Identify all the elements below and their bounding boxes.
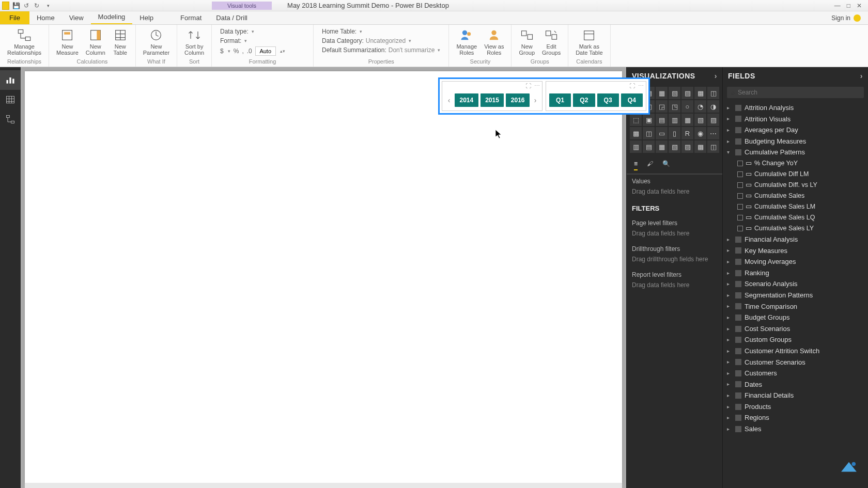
fields-measure-row[interactable]: ▭Cumulative Diff. vs LY [725,180,866,191]
quarter-slicer[interactable]: ⛶ ⋯ Q1 Q2 Q3 Q4 [546,81,646,111]
collapse-ribbon-icon[interactable] [854,14,861,22]
search-input[interactable] [738,89,860,96]
chevron-right-icon[interactable]: ▸ [727,314,732,321]
sign-in-link[interactable]: Sign in [824,12,868,24]
viz-type-button[interactable]: ▭ [656,127,668,139]
chevron-right-icon[interactable]: ▸ [727,337,732,343]
viz-type-button[interactable]: ◫ [643,127,655,139]
values-drop-zone[interactable]: Drag data fields here [627,186,722,200]
fields-table-row[interactable]: ▸Moving Averages [725,256,866,267]
viz-type-button[interactable]: ◫ [707,87,719,99]
fields-tab-icon[interactable]: ≡ [634,160,638,170]
field-checkbox[interactable] [737,215,743,221]
viz-type-button[interactable]: ◔ [694,100,706,113]
fields-table-row[interactable]: ▸Key Measures [725,245,866,257]
report-canvas[interactable]: ⛶ ⋯ ‹ 2014 2015 2016 › ⛶ ⋯ [25,71,622,483]
chevron-right-icon[interactable]: ▸ [727,259,732,265]
chevron-right-icon[interactable]: ▸ [727,138,732,145]
maximize-icon[interactable]: □ [847,2,850,9]
viz-type-button[interactable]: ◫ [707,140,719,153]
manage-relationships-button[interactable]: Manage Relationships [4,27,44,57]
fields-measure-row[interactable]: ▭Cumulative Sales [725,191,866,201]
decimal-places-input[interactable] [255,46,276,56]
chevron-right-icon[interactable]: ▸ [727,415,732,421]
fields-table-row[interactable]: ▸Custom Groups [725,334,866,345]
slicer-option[interactable]: Q3 [597,93,619,107]
viz-type-button[interactable]: ▦ [656,140,668,153]
field-checkbox[interactable] [737,161,743,166]
viz-type-button[interactable]: ▥ [669,114,680,126]
analytics-tab-icon[interactable]: 🔍 [662,160,670,170]
viz-type-button[interactable]: ▨ [681,140,693,153]
fields-table-row[interactable]: ▸Cost Scenarios [725,323,866,335]
chevron-right-icon[interactable]: ▸ [727,281,732,287]
chevron-right-icon[interactable]: › [860,72,863,80]
chevron-down-icon[interactable]: ▾ [244,38,247,43]
report-view-icon[interactable] [0,70,21,90]
qat-dropdown-icon[interactable]: ▾ [44,2,52,9]
viz-type-button[interactable]: ▧ [694,114,706,126]
fields-table-row[interactable]: ▸Attrition Analysis [725,102,866,114]
format-tab-icon[interactable]: 🖌 [647,160,653,170]
viz-type-button[interactable]: ▨ [707,114,719,126]
chevron-right-icon[interactable]: ▸ [727,370,732,376]
fields-table-row[interactable]: ▸Time Comparison [725,301,866,312]
fields-measure-row[interactable]: ▭Cumulative Sales LM [725,201,866,212]
slicer-option[interactable]: 2015 [481,93,504,107]
focus-mode-icon[interactable]: ⛶ [525,83,531,89]
more-options-icon[interactable]: ⋯ [534,83,540,89]
viz-type-button[interactable]: ▩ [694,140,706,153]
redo-icon[interactable]: ↻ [33,2,40,9]
fields-table-row[interactable]: ▸Segmentation Patterns [725,290,866,301]
new-parameter-button[interactable]: New Parameter [140,27,173,57]
viz-type-button[interactable]: ◲ [656,100,668,113]
viz-type-button[interactable]: ▯ [669,127,680,139]
viz-type-button[interactable]: ◳ [669,100,680,113]
slicer-option[interactable]: Q2 [573,93,595,107]
edit-groups-button[interactable]: Edit Groups [539,27,564,57]
viz-type-button[interactable]: ▤ [643,140,655,153]
undo-icon[interactable]: ↺ [23,2,30,9]
new-measure-button[interactable]: New Measure [53,27,82,57]
fields-table-row[interactable]: ▸Customers [725,368,866,379]
chevron-down-icon[interactable]: ▾ [727,149,732,155]
tab-home[interactable]: Home [29,11,62,24]
slicer-option[interactable]: Q1 [549,93,571,107]
viz-type-button[interactable]: ◉ [694,127,706,139]
chevron-right-icon[interactable]: ▸ [727,303,732,309]
viz-type-button[interactable]: ○ [681,100,693,113]
chevron-right-icon[interactable]: ▸ [727,237,732,243]
field-checkbox[interactable] [737,182,743,188]
slicer-prev-icon[interactable]: ‹ [445,96,453,104]
tab-format[interactable]: Format [173,11,209,24]
fields-table-row[interactable]: ▸Regions [725,412,866,423]
viz-type-button[interactable]: ▤ [656,114,668,126]
chevron-right-icon[interactable]: ▸ [727,247,732,254]
model-view-icon[interactable] [0,109,21,129]
fields-search[interactable]: ⌕ [727,87,864,98]
focus-mode-icon[interactable]: ⛶ [629,83,635,89]
viz-type-button[interactable]: R [681,127,693,139]
sort-by-column-button[interactable]: Sort by Column [181,27,207,57]
fields-table-row[interactable]: ▸Customer Scenarios [725,357,866,368]
drillthrough-drop-zone[interactable]: Drag drillthrough fields here [627,254,722,268]
fields-table-row[interactable]: ▸Customer Attrition Switch [725,345,866,357]
save-icon[interactable]: 💾 [12,2,20,9]
fields-table-row[interactable]: ▸Ranking [725,267,866,279]
view-as-roles-button[interactable]: View as Roles [481,27,507,57]
fields-table-row[interactable]: ▸Financial Analysis [725,234,866,245]
summarization-value[interactable]: Don't summarize [389,46,435,54]
new-column-button[interactable]: New Column [83,27,109,57]
field-checkbox[interactable] [737,171,743,177]
viz-type-button[interactable]: ⬚ [630,114,642,126]
fields-table-row[interactable]: ▸Budgeting Measures [725,136,866,147]
decimals-button[interactable]: .0 [247,48,252,55]
fields-table-row[interactable]: ▸Averages per Day [725,124,866,136]
chevron-right-icon[interactable]: › [715,72,717,80]
more-options-icon[interactable]: ⋯ [638,83,644,89]
tab-view[interactable]: View [62,11,91,24]
close-icon[interactable]: ✕ [857,2,862,9]
viz-type-button[interactable]: ▩ [630,127,642,139]
viz-type-button[interactable]: ▨ [681,87,693,99]
chevron-down-icon[interactable]: ▾ [252,29,254,34]
